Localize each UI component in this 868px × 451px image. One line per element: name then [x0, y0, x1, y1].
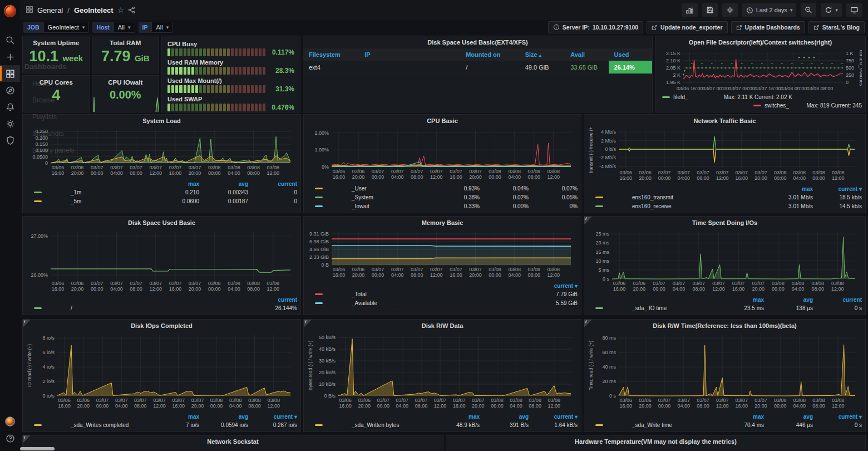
chevron-down-icon[interactable]: ▾: [835, 7, 838, 13]
sidebar-explore[interactable]: [0, 82, 20, 99]
link-update-dashboards[interactable]: Update Dashboards: [731, 21, 805, 33]
panel-title[interactable]: Open File Descriptor(left)/Context switc…: [655, 36, 865, 48]
legend-header-current[interactable]: current ▾: [529, 414, 578, 420]
panel-title[interactable]: System Uptime: [23, 40, 90, 46]
legend-row[interactable]: _Available5.59 GiB: [307, 298, 578, 307]
legend-series-name[interactable]: _User: [352, 185, 367, 192]
col-avail[interactable]: Avail: [565, 51, 608, 58]
panel-info-icon[interactable]: i: [584, 217, 592, 224]
sidebar-alerting[interactable]: [0, 99, 20, 115]
legend-header-current[interactable]: current: [248, 181, 297, 187]
legend-series-name[interactable]: _sda_Write time: [632, 422, 672, 428]
sidebar-user-avatar[interactable]: [0, 413, 20, 430]
col-ip[interactable]: IP: [359, 51, 460, 58]
job-select[interactable]: GeoIntelect▾: [43, 22, 90, 33]
legend-series-name[interactable]: switches_: [765, 102, 789, 109]
scrollbar-thumb[interactable]: [20, 447, 55, 450]
legend-header-current[interactable]: current ▾: [248, 414, 297, 420]
legend-header-max[interactable]: max: [764, 186, 813, 192]
legend-header-max[interactable]: max: [715, 414, 764, 420]
legend-series-name[interactable]: _sda_Written bytes: [352, 422, 399, 428]
panel-title[interactable]: Memory Basic: [304, 217, 581, 229]
legend-row[interactable]: _System0.38%0.02%0.05%: [307, 193, 578, 202]
save-dashboard-button[interactable]: [702, 3, 718, 17]
share-icon[interactable]: [128, 6, 136, 14]
col-used[interactable]: Used: [609, 51, 652, 58]
sidebar-server-admin[interactable]: [0, 132, 20, 149]
legend-header-avg[interactable]: avg: [199, 414, 248, 420]
page-title[interactable]: GeoIntelect: [74, 6, 114, 14]
zoom-out-time-button[interactable]: [801, 3, 816, 17]
sidebar-configuration[interactable]: [0, 115, 20, 132]
legend-series-name[interactable]: _sda_Writes completed: [71, 422, 129, 428]
legend-series-name[interactable]: ens160_receive: [632, 203, 672, 209]
panel-title[interactable]: Disk Space Used Basic(EXT4/XFS): [303, 36, 652, 48]
legend-row[interactable]: ens160_receive3.01 Mb/s14.5 kb/s: [588, 202, 862, 210]
legend-header-max[interactable]: max: [150, 181, 199, 187]
panel-title[interactable]: CPU Basic: [304, 115, 581, 127]
panel-title[interactable]: CPU IOwait: [92, 79, 159, 86]
legend-header-current[interactable]: current: [248, 297, 297, 303]
legend-series-name[interactable]: _Total: [352, 291, 367, 297]
legend-row[interactable]: _sda_Write time70.4 ms446 µs0 s: [588, 420, 862, 429]
legend-row[interactable]: _sda_ IO time23.5 ms138 µs0 s: [588, 303, 862, 312]
legend-row[interactable]: /26.144%: [26, 303, 297, 312]
col-mounted-on[interactable]: Mounted on: [460, 51, 520, 58]
legend-series-name[interactable]: _Available: [352, 300, 377, 306]
sidebar-search[interactable]: [0, 32, 20, 48]
legend-row[interactable]: _5m0.06000.001870: [26, 197, 297, 205]
add-panel-button[interactable]: [682, 3, 698, 17]
legend-row[interactable]: _User0.93%0.04%0.07%: [307, 184, 578, 193]
legend-header-avg[interactable]: avg: [764, 297, 813, 303]
legend-row[interactable]: _sda_Writes completed7 io/s0.0594 io/s0.…: [26, 420, 297, 429]
panel-info-icon[interactable]: i: [23, 320, 31, 327]
panel-info-icon[interactable]: i: [584, 320, 592, 327]
legend-row[interactable]: _Iowait0.33%0.00%0%: [307, 202, 578, 210]
legend-row[interactable]: _1m0.2100.003430: [26, 188, 297, 197]
legend-header-current[interactable]: current ▾: [529, 283, 578, 289]
legend-header-avg[interactable]: avg: [764, 414, 813, 420]
legend-header-current[interactable]: current ▾: [813, 414, 862, 420]
panel-info-icon[interactable]: i: [304, 320, 312, 327]
ip-select[interactable]: All▾: [151, 22, 173, 33]
grafana-logo-icon[interactable]: [3, 4, 17, 18]
panel-title[interactable]: System Load: [23, 115, 300, 127]
panel-info-icon[interactable]: i: [23, 435, 31, 443]
server-ip-info[interactable]: Server IP: 10.10.10.27:9100: [548, 21, 643, 33]
panel-title[interactable]: Hardware Temperature(VM may not display …: [446, 435, 865, 448]
legend-header-avg[interactable]: avg: [480, 414, 529, 420]
favorite-star-icon[interactable]: ☆: [117, 6, 125, 14]
legend-header-avg[interactable]: avg: [199, 181, 248, 187]
legend-series-name[interactable]: /: [71, 305, 72, 311]
legend-series-name[interactable]: _5m: [71, 198, 81, 204]
panel-title[interactable]: CPU Cores: [23, 79, 90, 86]
sidebar-help[interactable]: [0, 430, 20, 447]
legend-series-name[interactable]: _Iowait: [352, 203, 369, 209]
legend-header-max[interactable]: max: [150, 414, 199, 420]
panel-title[interactable]: Network Sockstat: [23, 435, 443, 448]
legend-header-max[interactable]: max: [431, 414, 480, 420]
legend-series-name[interactable]: _1m: [71, 189, 81, 195]
cycle-view-mode-button[interactable]: [846, 3, 862, 17]
panel-title[interactable]: Disk Space Used Basic: [23, 217, 300, 229]
legend-series-name[interactable]: ens160_transmit: [632, 194, 673, 200]
panel-title[interactable]: Total RAM: [92, 40, 159, 46]
legend-row[interactable]: ens160_transmit3.01 Mb/s18.5 kb/s: [588, 193, 862, 202]
link-update-node-exporter[interactable]: Update node_exporter: [647, 21, 727, 33]
legend-series-name[interactable]: filefd_: [673, 94, 688, 100]
legend-row[interactable]: _sda_Written bytes48.9 kB/s391 B/s1.64 k…: [307, 420, 578, 429]
link-blog[interactable]: StarsL's Blog: [808, 21, 865, 33]
dashboard-settings-button[interactable]: [722, 3, 738, 17]
panel-title[interactable]: Time Spent Doing I/Os: [584, 217, 865, 229]
col-size[interactable]: Size ▴: [520, 51, 565, 58]
panel-title[interactable]: Network Traffic Basic: [584, 115, 865, 127]
sidebar-dashboards[interactable]: [0, 65, 20, 82]
legend-header-current[interactable]: current: [813, 297, 862, 303]
legend-series-name[interactable]: _System: [352, 194, 373, 200]
panel-title[interactable]: Disk IOps Completed: [23, 320, 300, 332]
legend-series-name[interactable]: _sda_ IO time: [632, 305, 667, 311]
legend-header-current[interactable]: current ▾: [813, 186, 862, 192]
panel-title[interactable]: Disk R/W Data: [304, 320, 581, 332]
refresh-button[interactable]: ▾: [821, 3, 842, 17]
legend-row[interactable]: _Total7.79 GiB: [307, 290, 578, 298]
